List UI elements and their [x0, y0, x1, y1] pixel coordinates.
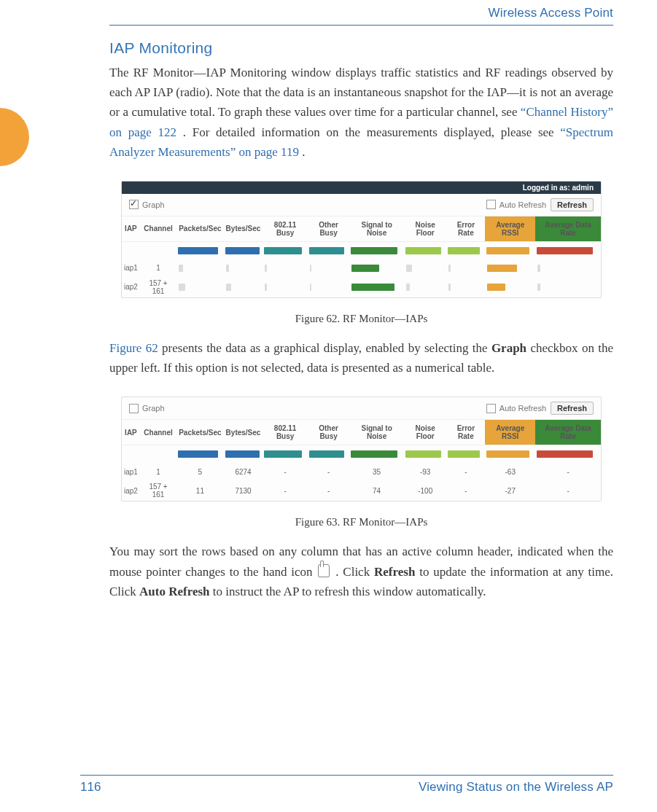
login-status-text: Logged in as: admin — [523, 184, 594, 192]
col-err[interactable]: Error Rate — [446, 216, 485, 242]
figure-62-frame: Logged in as: admin Graph Auto Refresh R… — [121, 181, 602, 298]
auto-refresh-checkbox[interactable] — [486, 200, 496, 209]
figure-62: Logged in as: admin Graph Auto Refresh R… — [109, 173, 613, 305]
text: to instruct the AP to refresh this windo… — [213, 585, 486, 598]
cell-snr: 74 — [349, 480, 404, 501]
cell-rssi: -63 — [485, 463, 535, 480]
auto-refresh-checkbox[interactable] — [486, 404, 496, 413]
cell-iap: iap1 — [122, 259, 140, 277]
cell-busy: - — [263, 463, 307, 480]
login-status-bar: Logged in as: admin — [122, 181, 601, 194]
table-row: iap2 157 + 161 — [122, 277, 601, 297]
table-row: iap2 157 + 161 11 7130 - - 74 -100 - -27… — [122, 480, 601, 501]
col-pps[interactable]: Packets/Sec — [176, 420, 223, 445]
bold-refresh: Refresh — [374, 565, 415, 579]
header-product-name: Wireless Access Point — [109, 6, 613, 23]
text: . For detailed information on the measur… — [183, 125, 561, 139]
col-other[interactable]: Other Busy — [308, 420, 350, 445]
hand-cursor-icon — [318, 564, 330, 577]
cell-channel: 157 + 161 — [140, 277, 176, 297]
table-row: iap1 1 5 6274 - - 35 -93 - -63 - — [122, 463, 601, 480]
cell-err: - — [446, 463, 485, 480]
intro-paragraph: The RF Monitor—IAP Monitoring window dis… — [109, 63, 613, 162]
cell-snr: 35 — [349, 463, 404, 480]
figure-63-caption: Figure 63. RF Monitor—IAPs — [109, 516, 613, 528]
heat-row — [122, 445, 601, 464]
refresh-button[interactable]: Refresh — [551, 198, 594, 211]
col-bps[interactable]: Bytes/Sec — [224, 420, 263, 445]
col-bps[interactable]: Bytes/Sec — [224, 216, 263, 242]
refresh-button[interactable]: Refresh — [551, 402, 594, 415]
footer-rule — [80, 775, 613, 776]
col-channel[interactable]: Channel — [140, 216, 176, 242]
col-floor[interactable]: Noise Floor — [404, 216, 447, 242]
header-rule — [109, 25, 613, 26]
col-busy[interactable]: 802.11 Busy — [263, 420, 307, 445]
col-floor[interactable]: Noise Floor — [404, 420, 447, 445]
para-3: You may sort the rows based on any colum… — [109, 542, 613, 601]
cell-channel: 1 — [140, 463, 176, 480]
cell-err: - — [446, 480, 485, 501]
cell-rssi: -27 — [485, 480, 535, 501]
heat-row — [122, 241, 601, 259]
page-footer: 116 Viewing Status on the Wireless AP — [80, 775, 613, 795]
cell-other: - — [308, 480, 350, 501]
bold-auto-refresh: Auto Refresh — [139, 585, 209, 598]
auto-refresh-label: Auto Refresh — [499, 200, 546, 209]
col-snr[interactable]: Signal to Noise — [349, 420, 404, 445]
bold-graph: Graph — [491, 341, 526, 355]
content: IAP Monitoring The RF Monitor—IAP Monito… — [109, 36, 613, 754]
cell-rate: - — [535, 480, 601, 501]
col-err[interactable]: Error Rate — [446, 420, 485, 445]
col-rate[interactable]: Average Data Rate — [535, 420, 601, 445]
cell-pps: 11 — [176, 480, 223, 501]
cell-floor: -100 — [404, 480, 447, 501]
page-number: 116 — [80, 780, 101, 795]
col-snr[interactable]: Signal to Noise — [349, 216, 404, 242]
graph-checkbox-label: Graph — [142, 200, 165, 209]
graph-checkbox[interactable] — [129, 200, 139, 209]
cell-pps: 5 — [176, 463, 223, 480]
cell-rate: - — [535, 463, 601, 480]
section-title: IAP Monitoring — [109, 39, 613, 57]
col-rate[interactable]: Average Data Rate — [535, 216, 601, 242]
figure-63-toolbar: Graph Auto Refresh Refresh — [122, 397, 601, 420]
cell-bps: 6274 — [224, 463, 263, 480]
auto-refresh-label: Auto Refresh — [499, 404, 546, 413]
figure-63-frame: Graph Auto Refresh Refresh IAP Channel P… — [121, 397, 602, 501]
cell-channel: 1 — [140, 259, 176, 277]
table-header-row: IAP Channel Packets/Sec Bytes/Sec 802.11… — [122, 420, 601, 445]
graph-checkbox-label: Graph — [142, 404, 165, 413]
graph-checkbox[interactable] — [129, 404, 139, 413]
cell-iap: iap1 — [122, 463, 140, 480]
figure-63-table: IAP Channel Packets/Sec Bytes/Sec 802.11… — [122, 420, 601, 501]
cell-iap: iap2 — [122, 480, 140, 501]
page-tab-decoration — [0, 108, 29, 166]
figure-63: Graph Auto Refresh Refresh IAP Channel P… — [109, 389, 613, 509]
col-other[interactable]: Other Busy — [308, 216, 350, 242]
text: . Click — [335, 565, 374, 579]
col-rssi[interactable]: Average RSSI — [485, 420, 535, 445]
col-iap[interactable]: IAP — [122, 216, 140, 242]
figure-62-table: IAP Channel Packets/Sec Bytes/Sec 802.11… — [122, 216, 601, 297]
page-header: Wireless Access Point — [0, 0, 657, 26]
col-channel[interactable]: Channel — [140, 420, 176, 445]
para-2: Figure 62 presents the data as a graphic… — [109, 338, 613, 378]
table-row: iap1 1 — [122, 259, 601, 277]
col-busy[interactable]: 802.11 Busy — [263, 216, 307, 242]
figure-62-caption: Figure 62. RF Monitor—IAPs — [109, 313, 613, 325]
col-iap[interactable]: IAP — [122, 420, 140, 445]
figure-62-toolbar: Graph Auto Refresh Refresh — [122, 194, 601, 216]
footer-section-name: Viewing Status on the Wireless AP — [419, 780, 613, 795]
text: presents the data as a graphical display… — [162, 341, 491, 355]
text: . — [302, 145, 305, 159]
cell-busy: - — [263, 480, 307, 501]
cell-channel: 157 + 161 — [140, 480, 176, 501]
cell-bps: 7130 — [224, 480, 263, 501]
link-figure-62[interactable]: Figure 62 — [109, 341, 158, 355]
cell-floor: -93 — [404, 463, 447, 480]
cell-other: - — [308, 463, 350, 480]
col-pps[interactable]: Packets/Sec — [176, 216, 223, 242]
col-rssi[interactable]: Average RSSI — [485, 216, 535, 242]
table-header-row: IAP Channel Packets/Sec Bytes/Sec 802.11… — [122, 216, 601, 242]
